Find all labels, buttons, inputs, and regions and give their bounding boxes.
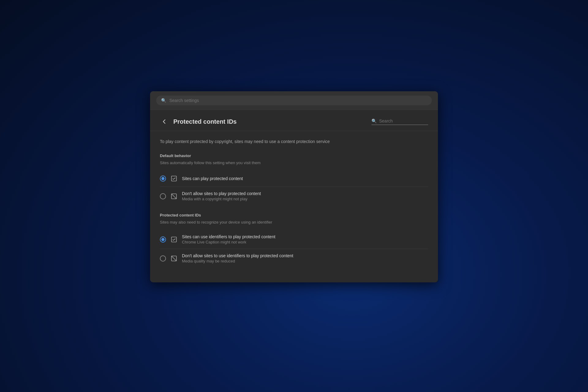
top-bar: 🔍 xyxy=(150,91,438,110)
option-allow-protected[interactable]: Sites can play protected content xyxy=(160,171,428,187)
identifiers-icon xyxy=(170,236,178,243)
header-search-input[interactable] xyxy=(379,119,428,123)
option-allow-protected-text: Sites can play protected content xyxy=(182,176,428,181)
protected-ids-title: Protected content IDs xyxy=(160,213,428,217)
option-deny-identifiers[interactable]: Don't allow sites to use identifiers to … xyxy=(160,249,428,268)
header-search[interactable]: 🔍 xyxy=(371,119,428,125)
radio-allow-protected[interactable] xyxy=(160,175,166,182)
header-search-icon: 🔍 xyxy=(371,119,377,123)
option-deny-protected-text: Don't allow sites to play protected cont… xyxy=(182,191,428,201)
option-deny-identifiers-desc: Media quality may be reduced xyxy=(182,259,428,263)
page-header-left: Protected content IDs xyxy=(160,117,237,126)
main-content: To play content protected by copyright, … xyxy=(150,131,438,282)
radio-allow-identifiers[interactable] xyxy=(160,236,166,243)
option-deny-protected-label: Don't allow sites to play protected cont… xyxy=(182,191,428,196)
settings-window: 🔍 Protected content IDs 🔍 To play conten… xyxy=(150,91,438,282)
option-deny-protected[interactable]: Don't allow sites to play protected cont… xyxy=(160,187,428,205)
default-behavior-subtitle: Sites automatically follow this setting … xyxy=(160,160,428,165)
radio-deny-identifiers[interactable] xyxy=(160,255,166,262)
back-button[interactable] xyxy=(160,117,168,126)
protected-ids-subtitle: Sites may also need to recognize your de… xyxy=(160,220,428,224)
default-behavior-title: Default behavior xyxy=(160,153,428,158)
page-title: Protected content IDs xyxy=(173,118,237,125)
option-allow-identifiers[interactable]: Sites can use identifiers to play protec… xyxy=(160,230,428,249)
no-protected-content-icon xyxy=(170,193,178,200)
radio-deny-protected[interactable] xyxy=(160,193,166,199)
settings-search-input[interactable] xyxy=(169,98,427,103)
default-behavior-section: Default behavior Sites automatically fol… xyxy=(160,153,428,205)
option-deny-identifiers-label: Don't allow sites to use identifiers to … xyxy=(182,253,428,258)
svg-rect-0 xyxy=(172,176,177,181)
option-deny-identifiers-text: Don't allow sites to use identifiers to … xyxy=(182,253,428,263)
svg-rect-3 xyxy=(172,237,177,242)
no-identifiers-icon xyxy=(170,255,178,262)
svg-line-5 xyxy=(172,256,177,261)
option-deny-protected-desc: Media with a copyright might not play xyxy=(182,197,428,201)
svg-line-2 xyxy=(172,194,177,199)
protected-ids-section: Protected content IDs Sites may also nee… xyxy=(160,213,428,268)
page-header: Protected content IDs 🔍 xyxy=(150,110,438,131)
settings-search-bar[interactable]: 🔍 xyxy=(156,96,432,105)
search-icon: 🔍 xyxy=(161,98,166,103)
protected-content-icon xyxy=(170,175,178,182)
page-description: To play content protected by copyright, … xyxy=(160,138,428,145)
option-allow-identifiers-label: Sites can use identifiers to play protec… xyxy=(182,234,428,239)
option-allow-identifiers-desc: Chrome Live Caption might not work xyxy=(182,240,428,244)
option-allow-protected-label: Sites can play protected content xyxy=(182,176,428,181)
option-allow-identifiers-text: Sites can use identifiers to play protec… xyxy=(182,234,428,244)
